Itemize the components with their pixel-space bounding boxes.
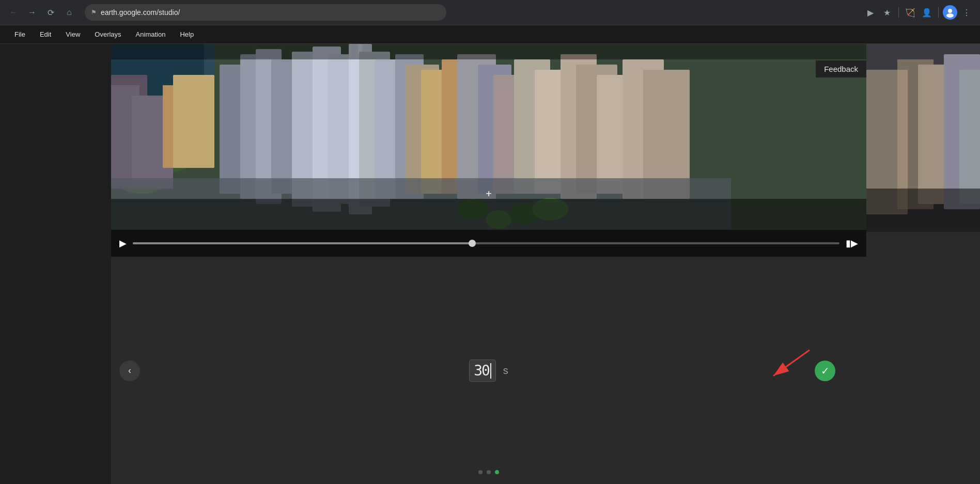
svg-rect-11	[173, 75, 214, 168]
svg-rect-52	[866, 189, 980, 230]
address-bar[interactable]: ⚑ earth.google.com/studio/	[85, 4, 446, 21]
main-content: + Feedback ▶ ▮▶ ‹	[0, 44, 980, 484]
cast-button[interactable]: ▶	[863, 5, 878, 20]
dot-1[interactable]	[478, 470, 483, 474]
feedback-button[interactable]: Feedback	[816, 60, 866, 77]
svg-line-45	[773, 350, 810, 376]
svg-point-0	[948, 9, 952, 13]
lower-panel: ‹ 30 s	[111, 257, 866, 484]
menu-overlays[interactable]: Overlays	[88, 28, 127, 40]
pagination-dots	[478, 470, 499, 474]
back-nav-button[interactable]: ←	[6, 5, 21, 20]
right-sidebar	[866, 44, 980, 484]
confirm-icon: ✓	[821, 365, 830, 377]
user-avatar[interactable]	[943, 5, 957, 20]
duration-input-box[interactable]: 30	[469, 360, 496, 382]
left-sidebar	[0, 44, 111, 484]
profile-button[interactable]: 👤	[920, 5, 934, 20]
duration-unit: s	[503, 365, 508, 377]
svg-point-1	[946, 13, 954, 18]
svg-rect-43	[111, 199, 866, 230]
menu-file[interactable]: File	[8, 28, 32, 40]
browser-icons: ▶ ★ 🏹 👤 ⋮	[863, 5, 974, 20]
play-icon: ▶	[119, 238, 127, 249]
progress-thumb[interactable]	[469, 240, 476, 247]
browser-chrome: ← → ⟳ ⌂ ⚑ earth.google.com/studio/ ▶ ★ 🏹…	[0, 0, 980, 25]
bookmark-button[interactable]: ★	[880, 5, 894, 20]
earth-viewer[interactable]: + Feedback ▶ ▮▶ ‹	[111, 44, 866, 484]
skip-to-end-button[interactable]: ▮▶	[846, 238, 858, 249]
crosshair: +	[484, 189, 494, 199]
home-button[interactable]: ⌂	[62, 5, 76, 20]
duration-value: 30	[474, 362, 489, 379]
dot-2[interactable]	[487, 470, 491, 474]
extensions-button[interactable]: 🏹	[903, 5, 917, 20]
skip-icon: ▮▶	[846, 238, 858, 248]
back-button[interactable]: ‹	[119, 361, 140, 381]
toolbar-divider	[898, 7, 899, 18]
progress-fill	[133, 242, 472, 244]
url-text: earth.google.com/studio/	[101, 8, 440, 17]
menu-edit[interactable]: Edit	[34, 28, 57, 40]
reload-button[interactable]: ⟳	[43, 5, 58, 20]
url-security-icon: ⚑	[91, 9, 97, 16]
menu-help[interactable]: Help	[174, 28, 200, 40]
play-button[interactable]: ▶	[119, 238, 127, 249]
svg-rect-42	[111, 44, 866, 59]
back-icon: ‹	[128, 365, 131, 376]
menu-view[interactable]: View	[59, 28, 86, 40]
progress-track[interactable]	[133, 242, 839, 244]
dot-3[interactable]	[495, 470, 499, 474]
browser-toolbar: ← → ⟳ ⌂ ⚑ earth.google.com/studio/ ▶ ★ 🏹…	[0, 0, 980, 25]
duration-container: 30 s	[469, 360, 508, 382]
app-menubar: File Edit View Overlays Animation Help	[0, 25, 980, 44]
text-cursor	[490, 363, 491, 379]
menu-animation[interactable]: Animation	[130, 28, 172, 40]
confirm-button[interactable]: ✓	[815, 361, 835, 381]
toolbar-divider-2	[938, 7, 939, 18]
menu-button[interactable]: ⋮	[959, 5, 974, 20]
red-arrow-annotation	[742, 345, 815, 388]
earth-3d-view[interactable]: + Feedback	[111, 44, 866, 230]
forward-nav-button[interactable]: →	[25, 5, 39, 20]
playback-bar: ▶ ▮▶	[111, 230, 866, 257]
svg-rect-51	[959, 70, 980, 204]
